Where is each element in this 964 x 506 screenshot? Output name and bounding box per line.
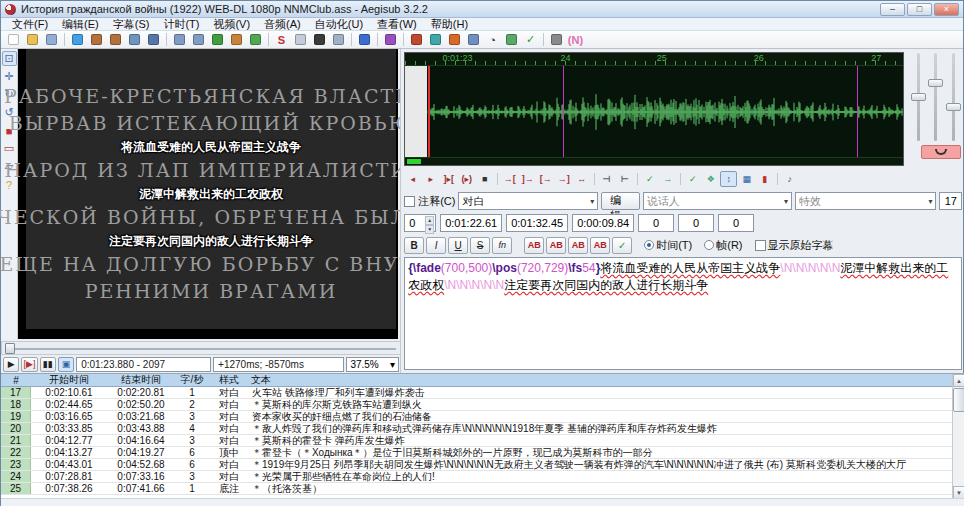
pause-button[interactable]: ▮▮ bbox=[40, 357, 56, 372]
save-subtitles-icon[interactable] bbox=[42, 32, 61, 48]
previous-line-button[interactable]: ◂ bbox=[404, 171, 421, 187]
italic-button[interactable]: I bbox=[426, 237, 446, 254]
play-selection-button[interactable]: ]▸[ bbox=[440, 171, 457, 187]
select-lines-icon[interactable] bbox=[407, 32, 426, 48]
margin-vertical-field[interactable]: 0 bbox=[718, 214, 754, 232]
font-button[interactable]: fn bbox=[492, 237, 512, 254]
play-after-start-button[interactable]: ]→ bbox=[519, 171, 536, 187]
stop-button[interactable]: ■ bbox=[476, 171, 493, 187]
auto-commit-toggle[interactable]: ✓ bbox=[684, 171, 701, 187]
table-row[interactable]: 25 0:07:38.26 0:07:41.66 1 底注 ＊（托洛茨基） bbox=[1, 483, 964, 495]
fonts-collector-icon[interactable] bbox=[246, 32, 265, 48]
scroll-up-icon[interactable]: ▲ bbox=[953, 374, 964, 387]
jump-to-icon[interactable] bbox=[68, 32, 87, 48]
time-radio[interactable] bbox=[644, 240, 654, 250]
paste-over-icon[interactable] bbox=[329, 32, 348, 48]
add-lead-in-button[interactable]: ⊣ bbox=[598, 171, 615, 187]
standard-tool-button[interactable]: ⊡ bbox=[2, 51, 17, 66]
actor-select[interactable]: 说话人 ▾ bbox=[643, 192, 792, 210]
drag-tool-button[interactable]: ✛ bbox=[2, 69, 17, 84]
edit-style-button[interactable]: 编辑 bbox=[601, 192, 640, 210]
duration-field[interactable]: 0:00:09.84 bbox=[572, 214, 634, 232]
attachments-icon[interactable] bbox=[227, 32, 246, 48]
start-time-field[interactable]: 0:01:22.61 bbox=[440, 214, 502, 232]
comment-balloon-icon[interactable] bbox=[426, 32, 445, 48]
audio-scrollbar[interactable] bbox=[405, 157, 903, 165]
resample-resolution-icon[interactable] bbox=[502, 32, 521, 48]
styles-manager-icon[interactable] bbox=[208, 32, 227, 48]
go-to-selection-button[interactable]: → bbox=[659, 171, 676, 187]
seek-thumb[interactable] bbox=[5, 343, 15, 354]
scrollbar-thumb[interactable] bbox=[953, 388, 964, 412]
minimize-button[interactable]: – bbox=[880, 3, 905, 16]
zoom-out-icon[interactable] bbox=[106, 32, 125, 48]
set-end-time-icon[interactable] bbox=[189, 32, 208, 48]
style-select[interactable]: 对白 ▾ bbox=[458, 192, 598, 210]
play-line-button[interactable]: [▶] bbox=[21, 357, 37, 372]
menu-item[interactable]: 编辑(E) bbox=[55, 18, 106, 30]
auto-scroll-toggle[interactable]: ↕ bbox=[720, 171, 737, 187]
video-seek-bar[interactable] bbox=[1, 341, 401, 355]
show-keyframes-toggle[interactable]: ▮ bbox=[756, 171, 773, 187]
karaoke-mode-toggle[interactable]: ♪ bbox=[781, 171, 798, 187]
about-icon[interactable] bbox=[381, 32, 400, 48]
play-500ms-around-button[interactable]: ↔ bbox=[573, 171, 590, 187]
strikeout-button[interactable]: S bbox=[470, 237, 490, 254]
play-first-500ms-button[interactable]: [→ bbox=[537, 171, 554, 187]
play-last-500ms-button[interactable]: →] bbox=[555, 171, 572, 187]
next-line-button[interactable]: ▸ bbox=[422, 171, 439, 187]
menu-item[interactable]: 帮助(H) bbox=[424, 18, 475, 30]
show-original-checkbox[interactable] bbox=[755, 240, 766, 251]
add-lead-out-button[interactable]: ⊢ bbox=[616, 171, 633, 187]
outline-color-button[interactable]: AB bbox=[568, 237, 588, 254]
autoscroll-toggle[interactable]: ▣ bbox=[58, 357, 74, 372]
newline-mode-icon[interactable]: (N) bbox=[566, 32, 585, 48]
styling-assistant-icon[interactable]: S bbox=[272, 32, 291, 48]
spell-check-icon[interactable]: ✓ bbox=[521, 32, 540, 48]
volume-slider[interactable] bbox=[952, 53, 955, 141]
swap-lines-icon[interactable] bbox=[445, 32, 464, 48]
sync-video-end-icon[interactable] bbox=[144, 32, 163, 48]
vertical-zoom-slider[interactable] bbox=[934, 53, 937, 141]
menu-item[interactable]: 字幕(S) bbox=[106, 18, 157, 30]
frame-radio[interactable] bbox=[704, 240, 714, 250]
bold-button[interactable]: B bbox=[404, 237, 424, 254]
play-button[interactable]: ▶ bbox=[3, 357, 19, 372]
selection-start-marker[interactable] bbox=[428, 66, 430, 158]
shift-times-icon[interactable]: ◔ bbox=[483, 32, 502, 48]
set-start-time-icon[interactable] bbox=[170, 32, 189, 48]
clip-tool-button[interactable]: ▭ bbox=[2, 141, 17, 156]
close-button[interactable]: × bbox=[934, 3, 959, 16]
maximize-button[interactable]: □ bbox=[907, 3, 932, 16]
end-time-field[interactable]: 0:01:32.45 bbox=[506, 214, 568, 232]
title-bar[interactable]: История гражданской войны (1922) WEB-DL … bbox=[1, 1, 963, 18]
zoom-in-icon[interactable] bbox=[87, 32, 106, 48]
underline-button[interactable]: U bbox=[448, 237, 468, 254]
primary-color-button[interactable]: AB bbox=[524, 237, 544, 254]
audio-display[interactable]: 0:01:2324252627 bbox=[404, 52, 904, 166]
options-icon[interactable] bbox=[547, 32, 566, 48]
menu-item[interactable]: 自动化(U) bbox=[308, 18, 370, 30]
effect-select[interactable]: 特效 ▾ bbox=[795, 192, 937, 210]
translation-assistant-icon[interactable] bbox=[291, 32, 310, 48]
margin-right-field[interactable]: 0 bbox=[678, 214, 714, 232]
grid-scrollbar[interactable]: ▲ ▼ bbox=[952, 374, 964, 499]
secondary-color-button[interactable]: AB bbox=[546, 237, 566, 254]
sync-video-start-icon[interactable] bbox=[125, 32, 144, 48]
stepper-arrows[interactable]: ▲▼ bbox=[425, 216, 434, 230]
audio-waveform[interactable] bbox=[405, 66, 903, 158]
menu-item[interactable]: 文件(F) bbox=[5, 18, 55, 30]
auto-next-toggle[interactable]: ❖ bbox=[702, 171, 719, 187]
layer-stepper[interactable]: 0 ▲▼ bbox=[404, 214, 436, 232]
commit-button[interactable]: ✓ bbox=[641, 171, 658, 187]
margin-left-field[interactable]: 0 bbox=[638, 214, 674, 232]
spectrum-analyzer-toggle[interactable]: ▦ bbox=[738, 171, 755, 187]
edit-pencil-icon[interactable] bbox=[310, 32, 329, 48]
open-subtitles-icon[interactable] bbox=[23, 32, 42, 48]
horizontal-zoom-slider[interactable] bbox=[917, 53, 920, 141]
menu-item[interactable]: 计时(T) bbox=[156, 18, 206, 30]
video-zoom-select[interactable]: 37.5% ▾ bbox=[346, 357, 399, 372]
automation-icon[interactable] bbox=[355, 32, 374, 48]
subtitle-text-editor[interactable]: {\fade(700,500)\pos(720,729)\fs54}将流血受难的… bbox=[404, 257, 962, 370]
menu-item[interactable]: 查看(W) bbox=[370, 18, 424, 30]
